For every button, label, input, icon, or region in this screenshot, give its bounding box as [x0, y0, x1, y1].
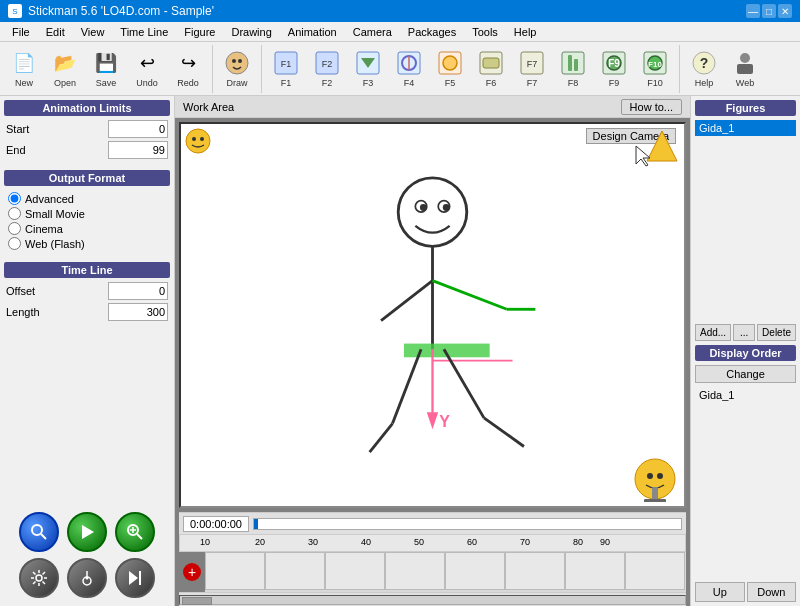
canvas-area[interactable]: Design Camera	[179, 122, 686, 508]
start-field-row: Start	[4, 120, 170, 138]
f6-label: F6	[486, 78, 497, 88]
figures-header: Figures	[695, 100, 796, 116]
frame-cell-6	[505, 552, 565, 590]
menu-animation[interactable]: Animation	[280, 22, 345, 42]
change-button[interactable]: Change	[695, 365, 796, 383]
frame-cell-4	[385, 552, 445, 590]
search-button[interactable]	[19, 512, 59, 552]
f1-button[interactable]: F1 F1	[266, 45, 306, 93]
menu-file[interactable]: File	[4, 22, 38, 42]
f7-button[interactable]: F7 F7	[512, 45, 552, 93]
save-button[interactable]: 💾 Save	[86, 45, 126, 93]
offset-field-row: Offset	[4, 282, 170, 300]
new-button[interactable]: 📄 New	[4, 45, 44, 93]
redo-button[interactable]: ↪ Redo	[168, 45, 208, 93]
title-bar: S Stickman 5.6 'LO4D.com - Sample' — □ ✕	[0, 0, 800, 22]
f2-button[interactable]: F2 F2	[307, 45, 347, 93]
f9-label: F9	[609, 78, 620, 88]
f4-icon	[395, 49, 423, 77]
f8-button[interactable]: F8	[553, 45, 593, 93]
end-label: End	[6, 144, 26, 156]
menu-packages[interactable]: Packages	[400, 22, 464, 42]
up-button[interactable]: Up	[695, 582, 745, 602]
right-panel: Figures Gida_1 Add... ... Delete Display…	[690, 96, 800, 606]
undo-button[interactable]: ↩ Undo	[127, 45, 167, 93]
down-button[interactable]: Down	[747, 582, 797, 602]
draw-button[interactable]: Draw	[217, 45, 257, 93]
radio-cinema[interactable]: Cinema	[8, 222, 166, 235]
help-button[interactable]: ? Help	[684, 45, 724, 93]
f9-button[interactable]: F9 F9	[594, 45, 634, 93]
delete-figure-button[interactable]: Delete	[757, 324, 796, 341]
menu-drawing[interactable]: Drawing	[223, 22, 279, 42]
svg-rect-17	[562, 52, 584, 74]
help-label: Help	[695, 78, 714, 88]
f4-button[interactable]: F4	[389, 45, 429, 93]
add-figure-button[interactable]: Add...	[695, 324, 731, 341]
maximize-button[interactable]: □	[762, 4, 776, 18]
svg-line-31	[41, 534, 46, 539]
zoom-button[interactable]	[115, 512, 155, 552]
toolbar: 📄 New 📂 Open 💾 Save ↩ Undo ↪ Redo	[0, 42, 800, 96]
h-scrollbar[interactable]	[179, 592, 686, 606]
settings-button[interactable]	[19, 558, 59, 598]
offset-label: Offset	[6, 285, 35, 297]
time-code: 0:00:00:00	[183, 516, 249, 532]
timeline-ruler: 10 20 30 40 50 60 70 80 90	[179, 534, 686, 552]
offset-input[interactable]	[108, 282, 168, 300]
frame-cell-7	[565, 552, 625, 590]
start-label: Start	[6, 123, 29, 135]
f10-button[interactable]: F10 F10	[635, 45, 675, 93]
window-controls: — □ ✕	[746, 4, 792, 18]
add-frame-button[interactable]: +	[183, 563, 201, 581]
app-icon: S	[8, 4, 22, 18]
playback-button[interactable]	[115, 558, 155, 598]
f6-button[interactable]: F6	[471, 45, 511, 93]
menu-edit[interactable]: Edit	[38, 22, 73, 42]
wrench-button[interactable]	[67, 558, 107, 598]
open-label: Open	[54, 78, 76, 88]
svg-line-44	[43, 572, 46, 575]
figure-item-gida1[interactable]: Gida_1	[695, 120, 796, 136]
length-input[interactable]	[108, 303, 168, 321]
play-button[interactable]	[67, 512, 107, 552]
f3-button[interactable]: F3	[348, 45, 388, 93]
svg-rect-14	[483, 58, 499, 68]
small-movie-label: Small Movie	[25, 208, 85, 220]
timeline-track[interactable]	[253, 518, 682, 530]
menu-timeline[interactable]: Time Line	[112, 22, 176, 42]
howto-button[interactable]: How to...	[621, 99, 682, 115]
end-input[interactable]	[108, 141, 168, 159]
undo-icon: ↩	[133, 49, 161, 77]
menu-figure[interactable]: Figure	[176, 22, 223, 42]
scrollbar-thumb[interactable]	[182, 597, 212, 605]
ruler-20: 20	[255, 537, 265, 547]
close-button[interactable]: ✕	[778, 4, 792, 18]
start-input[interactable]	[108, 120, 168, 138]
open-button[interactable]: 📂 Open	[45, 45, 85, 93]
f3-icon	[354, 49, 382, 77]
help-icon: ?	[690, 49, 718, 77]
radio-small-movie[interactable]: Small Movie	[8, 207, 166, 220]
work-area-title: Work Area	[183, 101, 234, 113]
svg-point-61	[443, 204, 450, 211]
minimize-button[interactable]: —	[746, 4, 760, 18]
svg-point-12	[443, 56, 457, 70]
stickman-canvas[interactable]: Y	[181, 124, 684, 506]
menu-tools[interactable]: Tools	[464, 22, 506, 42]
svg-line-45	[33, 582, 36, 585]
timeline-section: Time Line Offset Length	[4, 262, 170, 324]
radio-web-flash[interactable]: Web (Flash)	[8, 237, 166, 250]
radio-advanced[interactable]: Advanced	[8, 192, 166, 205]
f6-icon	[477, 49, 505, 77]
f5-button[interactable]: F5	[430, 45, 470, 93]
web-button[interactable]: Web	[725, 45, 765, 93]
more-button[interactable]: ...	[733, 324, 755, 341]
menu-help[interactable]: Help	[506, 22, 545, 42]
menu-camera[interactable]: Camera	[345, 22, 400, 42]
scrollbar-track[interactable]	[179, 595, 686, 605]
web-icon	[731, 49, 759, 77]
menu-view[interactable]: View	[73, 22, 113, 42]
f7-icon: F7	[518, 49, 546, 77]
svg-point-28	[740, 53, 750, 63]
